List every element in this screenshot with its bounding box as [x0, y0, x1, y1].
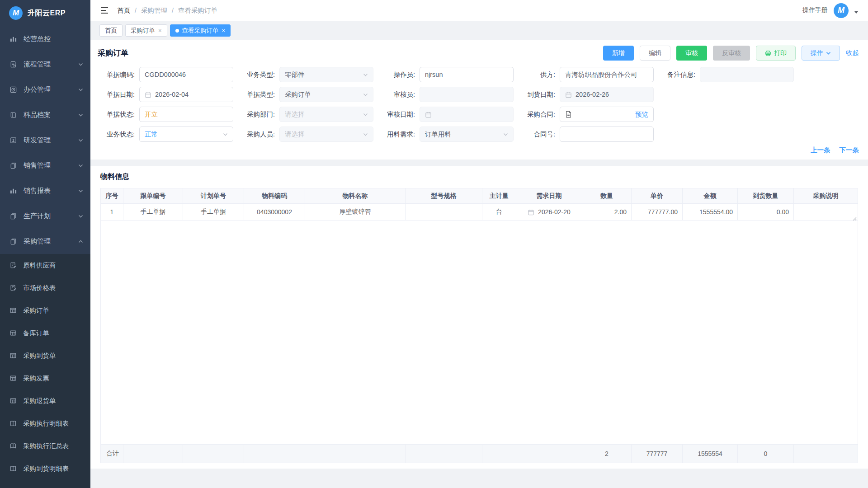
record-pager: 上一条 下一条	[98, 145, 859, 155]
avatar[interactable]: M	[834, 3, 849, 18]
sidebar-item-label: 采购订单	[23, 306, 83, 315]
field-label: 审核员:	[378, 90, 420, 99]
active-dot-icon	[175, 29, 179, 33]
sidebar-item-raw-supplier[interactable]: 原料供应商	[0, 254, 90, 277]
table-row: 1 手工单据 手工单据 0403000002 厚壁镀锌管 台 2026-02-2…	[101, 204, 858, 221]
pages-icon	[9, 162, 17, 169]
sidebar-item-purchase-return[interactable]: 采购退货单	[0, 389, 90, 412]
audit-button[interactable]: 审核	[676, 46, 707, 61]
sidebar-item-exec-summary-report[interactable]: 采购执行汇总表	[0, 435, 90, 457]
pages-icon	[9, 238, 17, 245]
sidebar-item-business-overview[interactable]: 经营总控	[0, 26, 90, 52]
sidebar-item-rnd-mgmt[interactable]: 研发管理	[0, 127, 90, 153]
tab-view-purchase-order[interactable]: 查看采购订单 ×	[170, 24, 231, 37]
calendar-icon	[145, 91, 151, 98]
audit-date-input[interactable]	[420, 107, 514, 122]
sidebar-item-market-price[interactable]: 市场价格表	[0, 277, 90, 299]
cell-seq: 1	[101, 204, 123, 220]
field-label: 采购部门:	[238, 110, 279, 119]
action-dropdown-button[interactable]: 操作	[802, 46, 840, 61]
chevron-down-icon	[363, 112, 368, 117]
chevron-down-icon	[503, 132, 508, 137]
operator-input[interactable]: njrsun	[420, 67, 514, 82]
purchaser-select[interactable]: 请选择	[279, 127, 373, 142]
toolbar: 新增 编辑 审核 反审核 打印 操作 收起	[603, 46, 859, 61]
collapse-panel-link[interactable]: 收起	[846, 49, 859, 57]
breadcrumb-section[interactable]: 采购管理	[141, 6, 167, 15]
contract-preview-link[interactable]: 预览	[635, 110, 648, 119]
sidebar-item-purchase-mgmt[interactable]: 采购管理	[0, 229, 90, 254]
cell-plan-no[interactable]: 手工单据	[183, 204, 244, 220]
user-menu-caret-icon[interactable]	[854, 11, 858, 14]
chevron-down-icon	[78, 62, 83, 67]
app-logo[interactable]: M 升阳云ERP	[0, 0, 90, 26]
tab-home[interactable]: 首页	[99, 24, 123, 37]
column-header: 单价	[632, 188, 683, 203]
cell-note-textarea[interactable]	[794, 204, 858, 220]
close-icon[interactable]: ×	[158, 28, 162, 33]
supplier-input[interactable]: 青海纺织品股份合作公司	[560, 67, 654, 82]
doc-type-select[interactable]: 采购订单	[279, 87, 373, 102]
column-header: 采购说明	[794, 188, 858, 203]
field-label: 操作员:	[378, 70, 420, 79]
cell-material-name[interactable]: 厚壁镀锌管	[305, 204, 406, 220]
sidebar-item-sales-mgmt[interactable]: 销售管理	[0, 153, 90, 178]
add-button[interactable]: 新增	[603, 46, 634, 61]
biz-status-select[interactable]: 正常	[139, 127, 233, 142]
cell-qty[interactable]: 2.00	[582, 204, 632, 220]
sidebar-item-purchase-order[interactable]: 采购订单	[0, 299, 90, 322]
material-demand-select[interactable]: 订单用料	[420, 127, 514, 142]
doc-status-field[interactable]: 开立	[139, 107, 233, 122]
sidebar-item-production-plan[interactable]: 生产计划	[0, 203, 90, 229]
breadcrumb-home[interactable]: 首页	[117, 6, 130, 15]
pages-icon	[9, 212, 17, 220]
biz-type-select[interactable]: 零部件	[279, 67, 373, 82]
contract-no-input[interactable]	[560, 127, 654, 142]
chevron-down-icon	[363, 72, 368, 77]
doc-code-input[interactable]: CGDD000046	[139, 67, 233, 82]
collapse-sidebar-icon[interactable]	[100, 7, 109, 14]
sidebar-item-process-mgmt[interactable]: 流程管理	[0, 52, 90, 77]
sidebar-item-label: 采购执行明细表	[23, 419, 83, 428]
auditor-input[interactable]	[420, 87, 514, 102]
office-icon	[9, 86, 17, 94]
sidebar-item-stock-order[interactable]: 备库订单	[0, 322, 90, 344]
field-label: 审核日期:	[378, 110, 420, 119]
sidebar-item-arrival-detail-report[interactable]: 采购到货明细表	[0, 457, 90, 480]
sidebar-item-material-archive[interactable]: 料品档案	[0, 102, 90, 127]
sidebar-item-purchase-arrival[interactable]: 采购到货单	[0, 344, 90, 367]
cell-order-no[interactable]: 手工单据	[123, 204, 183, 220]
sidebar-item-purchase-invoice[interactable]: 采购发票	[0, 367, 90, 389]
contract-field[interactable]: 预览	[560, 107, 654, 122]
sidebar-item-exec-detail-report[interactable]: 采购执行明细表	[0, 412, 90, 435]
sidebar-item-office-mgmt[interactable]: 办公管理	[0, 77, 90, 102]
resize-handle[interactable]	[853, 215, 857, 219]
edit-button[interactable]: 编辑	[640, 46, 670, 61]
next-record-link[interactable]: 下一条	[840, 146, 859, 155]
chevron-down-icon	[363, 132, 368, 137]
summary-cell	[482, 445, 516, 463]
print-button[interactable]: 打印	[756, 46, 796, 61]
page-title: 采购订单	[98, 48, 128, 58]
cell-demand-date[interactable]: 2026-02-20	[516, 204, 582, 220]
summary-label: 合计	[101, 445, 123, 463]
sidebar-item-sales-report[interactable]: 销售报表	[0, 178, 90, 203]
doc-edit-icon	[9, 284, 17, 291]
tab-purchase-order[interactable]: 采购订单 ×	[125, 24, 167, 37]
arrival-date-input[interactable]: 2026-02-26	[560, 87, 654, 102]
field-label: 业务状态:	[98, 130, 139, 139]
chevron-up-icon	[78, 239, 83, 244]
cell-spec[interactable]	[406, 204, 482, 220]
prev-record-link[interactable]: 上一条	[811, 146, 830, 155]
close-icon[interactable]: ×	[222, 28, 226, 33]
sidebar: M 升阳云ERP 经营总控 流程管理 办公管理 料品档案 研发管理 销售管理 销…	[0, 0, 90, 488]
manual-link[interactable]: 操作手册	[802, 6, 828, 14]
doc-date-input[interactable]: 2026-02-04	[139, 87, 233, 102]
breadcrumb-separator: /	[135, 7, 137, 14]
purchase-dept-select[interactable]: 请选择	[279, 107, 373, 122]
remark-input[interactable]	[700, 67, 794, 82]
cell-unit: 台	[482, 204, 516, 220]
cell-price[interactable]: 777777.00	[632, 204, 683, 220]
cell-material-code[interactable]: 0403000002	[244, 204, 305, 220]
sidebar-item-invoice-detail-report[interactable]: 采购发票明细表	[0, 480, 90, 488]
